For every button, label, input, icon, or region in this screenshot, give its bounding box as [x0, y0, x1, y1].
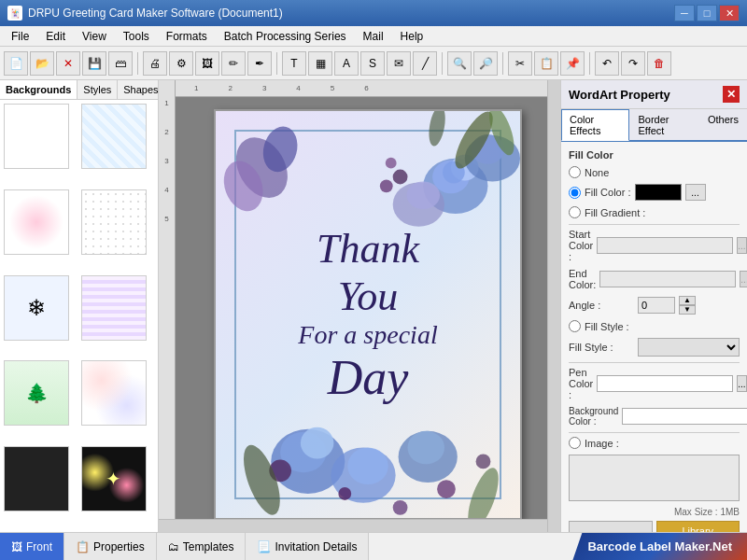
divider-1: [569, 224, 740, 225]
start-color-input: [597, 237, 733, 254]
fill-style-radio[interactable]: [569, 320, 581, 332]
bg-color-row: Background Color : ...: [569, 406, 740, 427]
menu-view[interactable]: View: [75, 28, 114, 45]
bg-thumb-9[interactable]: [4, 446, 69, 511]
menu-help[interactable]: Help: [393, 28, 431, 45]
close-doc-button[interactable]: ✕: [56, 51, 80, 76]
svg-point-28: [462, 464, 505, 518]
copy-button[interactable]: 📋: [534, 51, 558, 76]
svg-point-14: [393, 170, 408, 185]
templates-button[interactable]: 🗂 Templates: [157, 533, 247, 560]
vertical-scrollbar[interactable]: [547, 80, 560, 532]
bg-thumb-6[interactable]: [81, 275, 147, 341]
fill-style-select[interactable]: [638, 338, 740, 357]
open-button[interactable]: 📂: [30, 51, 54, 76]
menu-edit[interactable]: Edit: [38, 28, 73, 45]
bg-thumb-8[interactable]: [81, 360, 147, 426]
menu-batch[interactable]: Batch Processing Series: [217, 28, 354, 45]
divider-2: [569, 362, 740, 363]
tab-backgrounds[interactable]: Backgrounds: [0, 80, 78, 99]
text-button[interactable]: T: [282, 51, 306, 76]
pen-color-input[interactable]: [597, 375, 733, 392]
tab-styles[interactable]: Styles: [78, 80, 118, 99]
image-button[interactable]: 🖼: [195, 51, 219, 76]
wordart-button[interactable]: A: [334, 51, 359, 76]
fill-style-dropdown-row: Fill Style :: [569, 338, 740, 357]
divider-3: [569, 432, 740, 433]
new-button[interactable]: 📄: [4, 51, 28, 76]
image-browse-button[interactable]: ...: [569, 521, 653, 532]
svg-point-13: [427, 111, 448, 147]
angle-up-button[interactable]: ▲: [679, 296, 696, 305]
titlebar: 🃏 DRPU Greeting Card Maker Software (Doc…: [0, 0, 747, 26]
maximize-button[interactable]: □: [697, 5, 717, 21]
save-all-button[interactable]: 🗃: [108, 51, 133, 76]
paste-button[interactable]: 📌: [560, 51, 585, 76]
image-radio[interactable]: [569, 437, 581, 449]
mail-button[interactable]: ✉: [387, 51, 411, 76]
greeting-card-canvas[interactable]: Thank You For a special Day: [214, 109, 522, 520]
menu-file[interactable]: File: [4, 28, 36, 45]
print-button[interactable]: 🖨: [143, 51, 167, 76]
fill-gradient-radio[interactable]: [569, 206, 581, 218]
library-button[interactable]: Library: [656, 521, 740, 532]
flowers-bottom: [216, 313, 520, 518]
fill-color-swatch[interactable]: [635, 184, 682, 201]
pencil-button[interactable]: ✒: [247, 51, 272, 76]
property-tabs: Color Effects Border Effect Others: [561, 109, 747, 142]
tab-color-effects[interactable]: Color Effects: [561, 109, 629, 141]
angle-down-button[interactable]: ▼: [679, 305, 696, 315]
bg-color-input[interactable]: [622, 408, 747, 425]
front-label: Front: [26, 540, 52, 553]
print-setup-button[interactable]: ⚙: [169, 51, 193, 76]
invitation-details-button[interactable]: 📃 Invitation Details: [246, 533, 369, 560]
bg-thumb-7[interactable]: 🌲: [4, 360, 69, 426]
svg-point-25: [437, 480, 456, 498]
horizontal-scrollbar[interactable]: [159, 519, 547, 532]
save-button[interactable]: 💾: [82, 51, 106, 76]
close-panel-button[interactable]: ✕: [723, 86, 740, 103]
canvas-area[interactable]: 1 2 3 4 5 6 1 2 3 4 5: [159, 80, 560, 532]
menu-formats[interactable]: Formats: [159, 28, 215, 45]
separator-1: [137, 52, 138, 75]
window-title: DRPU Greeting Card Maker Software (Docum…: [28, 7, 283, 20]
fill-gradient-row: Fill Gradient :: [569, 206, 740, 218]
cut-button[interactable]: ✂: [508, 51, 532, 76]
bg-thumb-2[interactable]: [81, 104, 147, 169]
design-button[interactable]: ✏: [221, 51, 246, 76]
menu-tools[interactable]: Tools: [116, 28, 157, 45]
end-color-row: End Color: ...: [569, 268, 740, 290]
tab-border-effect[interactable]: Border Effect: [629, 109, 699, 140]
svg-point-30: [393, 500, 408, 515]
redo-button[interactable]: ↷: [621, 51, 645, 76]
front-icon: 🖼: [11, 540, 22, 553]
delete-button[interactable]: 🗑: [647, 51, 671, 76]
properties-button[interactable]: 📋 Properties: [64, 533, 157, 560]
bg-thumb-4[interactable]: [81, 189, 147, 255]
bg-thumb-1[interactable]: [4, 104, 69, 169]
front-button[interactable]: 🖼 Front: [0, 533, 64, 560]
none-radio[interactable]: [569, 166, 581, 178]
minimize-button[interactable]: ─: [674, 5, 695, 21]
symbol-button[interactable]: S: [360, 51, 385, 76]
zoom-out-button[interactable]: 🔎: [473, 51, 498, 76]
bg-thumb-10[interactable]: ✦: [81, 446, 147, 511]
fill-color-radio[interactable]: [569, 187, 581, 199]
svg-point-26: [476, 454, 491, 469]
undo-button[interactable]: ↶: [595, 51, 619, 76]
svg-point-7: [406, 181, 440, 209]
tab-others[interactable]: Others: [699, 109, 747, 140]
zoom-in-button[interactable]: 🔍: [447, 51, 472, 76]
close-button[interactable]: ✕: [719, 5, 740, 21]
bg-thumb-3[interactable]: [4, 189, 69, 255]
wordart-property-panel: WordArt Property ✕ Color Effects Border …: [560, 80, 747, 532]
barcode-button[interactable]: ▦: [308, 51, 332, 76]
pen-color-dots-button[interactable]: ...: [737, 375, 746, 392]
menu-mail[interactable]: Mail: [356, 28, 391, 45]
bg-thumb-5[interactable]: ❄: [4, 275, 69, 341]
separator-3: [442, 52, 443, 75]
svg-point-19: [301, 427, 334, 459]
fill-color-dots-button[interactable]: ...: [685, 184, 706, 201]
fill-style-check-label: Fill Style :: [585, 321, 629, 332]
line-button[interactable]: ╱: [413, 51, 437, 76]
